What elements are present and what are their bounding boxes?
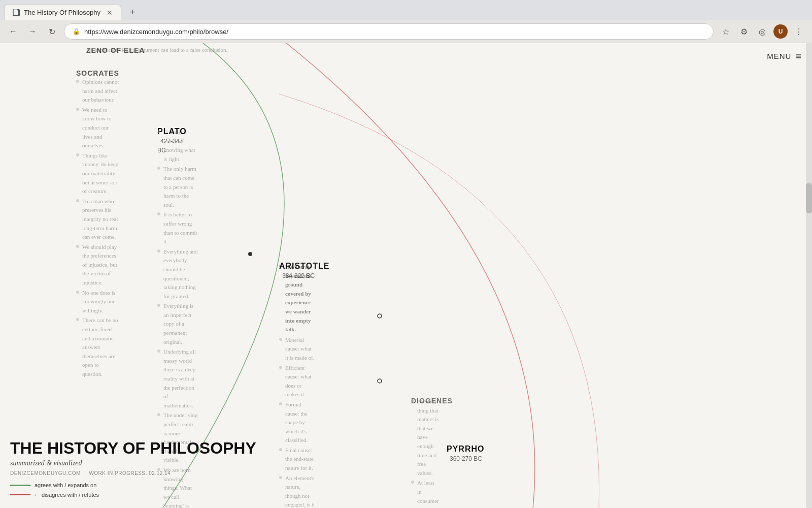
menu-button[interactable]: MENU ≡: [767, 50, 802, 62]
svg-point-1: [378, 314, 382, 318]
user-avatar[interactable]: U: [773, 24, 788, 39]
meta-wip: WORK IN PROGRESS. 02.12.14: [89, 470, 171, 476]
tab-favicon: 📄: [13, 9, 20, 16]
pyrrho-header[interactable]: PYRRHO 360-270 BC: [447, 444, 484, 463]
browser-chrome: 📄 The History Of Philosophy ✕ + ← → ↻ 🔒 …: [0, 0, 812, 43]
svg-point-0: [248, 252, 252, 256]
pyrrho-dates: 360-270 BC: [450, 455, 482, 462]
address-text: https://www.denizcemonduygu.com/philo/br…: [84, 28, 228, 36]
aristotle-content: If we stray beyond the ground covered by…: [279, 263, 315, 508]
bookmark-button[interactable]: ☆: [719, 24, 733, 39]
active-tab[interactable]: 📄 The History Of Philosophy ✕: [4, 4, 121, 20]
legend-disagrees: → disagrees with / refutes: [10, 491, 256, 498]
bottom-left-info: THE HISTORY OF PHILOSOPHY summarized & v…: [0, 429, 266, 508]
subtitle: summarized & visualized: [10, 459, 256, 467]
scrollbar-thumb[interactable]: [806, 183, 812, 213]
tab-bar: 📄 The History Of Philosophy ✕ +: [0, 0, 812, 20]
forward-button[interactable]: →: [25, 24, 40, 39]
menu-label: MENU: [767, 52, 791, 60]
socrates-content: Opinions cannot harm and affect our beha…: [76, 78, 119, 380]
zeno-content: An impeccably logical argument can lead …: [86, 46, 227, 55]
tab-close-button[interactable]: ✕: [107, 9, 113, 17]
legend-disagrees-label: disagrees with / refutes: [42, 492, 99, 498]
legend-agrees: → agrees with / expands on: [10, 482, 256, 488]
meta-info: DENIZCEMONDUYGU.COM WORK IN PROGRESS. 02…: [10, 470, 256, 476]
socrates-header[interactable]: SOCRATES: [76, 69, 119, 78]
zeno-tagline: An impeccably logical argument can lead …: [86, 47, 227, 53]
page-content: MENU ≡ ZENO OF ELEA An impeccably logica…: [0, 43, 812, 508]
menu-icon: ≡: [795, 50, 802, 62]
extension-button[interactable]: ⚙: [737, 24, 751, 39]
new-tab-button[interactable]: +: [125, 5, 140, 19]
philosopher-socrates: SOCRATES Opinions cannot harm and affect…: [76, 69, 119, 78]
more-button[interactable]: ⋮: [792, 24, 806, 39]
refresh-button[interactable]: ↻: [45, 24, 59, 39]
back-button[interactable]: ←: [6, 24, 20, 39]
lock-icon: 🔒: [73, 28, 80, 36]
meta-site: DENIZCEMONDUYGU.COM: [10, 470, 81, 476]
philosopher-zeno: ZENO OF ELEA An impeccably logical argum…: [86, 46, 227, 55]
scrollbar[interactable]: [806, 43, 812, 508]
diogenes-content: The only thing that matters is that we h…: [411, 397, 439, 508]
tab-title: The History Of Philosophy: [24, 9, 100, 16]
chrome-icon-button[interactable]: ◎: [755, 24, 769, 39]
pyrrho-name: PYRRHO: [447, 444, 484, 453]
toolbar-icons: ☆ ⚙ ◎ U ⋮: [719, 24, 806, 39]
address-input-container[interactable]: 🔒 https://www.denizcemonduygu.com/philo/…: [64, 23, 714, 40]
legend-agrees-label: agrees with / expands on: [35, 482, 96, 488]
legend: → agrees with / expands on → disagrees w…: [10, 482, 256, 498]
main-title: THE HISTORY OF PHILOSOPHY: [10, 439, 256, 457]
svg-point-2: [378, 379, 382, 383]
legend-agrees-line: →: [10, 485, 30, 486]
address-bar: ← → ↻ 🔒 https://www.denizcemonduygu.com/…: [0, 20, 812, 43]
socrates-name: SOCRATES: [76, 69, 119, 77]
